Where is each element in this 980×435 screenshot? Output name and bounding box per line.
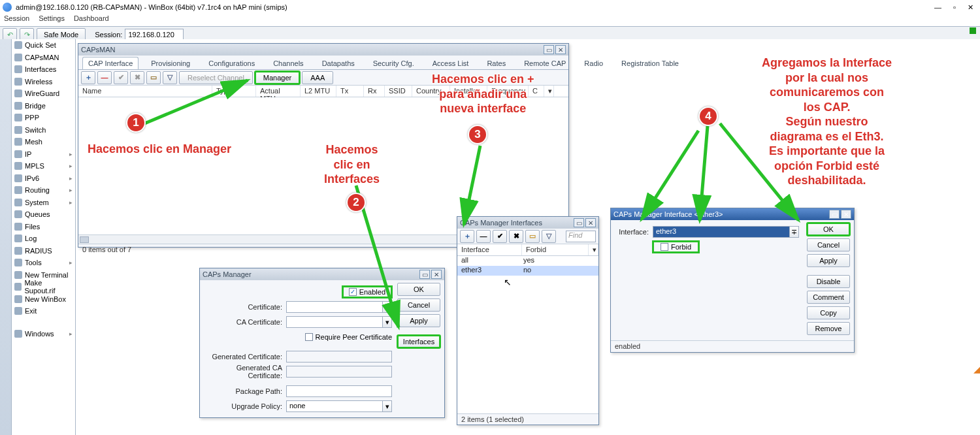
copy-button[interactable]: Copy xyxy=(807,306,850,319)
disable-icon[interactable]: ✖ xyxy=(509,230,523,243)
sidebar-item[interactable]: Switch xyxy=(12,124,75,137)
sidebar-item[interactable]: RADIUS xyxy=(12,245,75,257)
dropdown-icon[interactable]: ▾ xyxy=(383,301,392,313)
remove-icon[interactable]: — xyxy=(476,230,491,243)
sidebar-item[interactable]: New WinBox xyxy=(12,293,75,306)
sidebar-item[interactable]: Windows▸ xyxy=(12,328,75,340)
menu-session[interactable]: Session xyxy=(4,14,29,26)
enabled-checkbox-group[interactable]: ✓ Enabled xyxy=(342,286,392,298)
tab-item[interactable]: CAP Interface xyxy=(82,57,139,69)
tab-item[interactable]: Registration Table xyxy=(615,57,685,69)
disable-button[interactable]: Disable xyxy=(807,275,850,288)
filter-icon[interactable]: ▽ xyxy=(163,71,177,84)
col-forbid[interactable]: Forbid xyxy=(522,244,589,255)
sidebar-item[interactable]: Quick Set xyxy=(12,39,75,52)
interface-select[interactable]: ether3 xyxy=(653,226,790,238)
column-header[interactable]: C xyxy=(529,86,544,97)
require-peer-group[interactable]: Require Peer Certificate xyxy=(305,333,392,341)
enable-icon[interactable]: ✔ xyxy=(114,71,128,84)
reselect-channel-button[interactable]: Reselect Channel xyxy=(179,71,253,84)
manager-button[interactable]: Manager xyxy=(255,71,300,84)
comment-icon[interactable]: ▭ xyxy=(525,230,540,243)
cancel-button[interactable]: Cancel xyxy=(807,238,850,251)
disable-icon[interactable]: ✖ xyxy=(130,71,144,84)
comment-icon[interactable]: ▭ xyxy=(146,71,161,84)
ok-button[interactable]: OK xyxy=(397,283,440,296)
column-header[interactable]: Actual MTU xyxy=(256,86,301,97)
column-menu-icon[interactable]: ▾ xyxy=(544,86,554,97)
sidebar-item[interactable]: Mesh xyxy=(12,136,75,148)
tab-item[interactable]: Configurations xyxy=(203,57,261,69)
sidebar-item[interactable]: IP▸ xyxy=(12,148,75,161)
remove-icon[interactable]: — xyxy=(97,71,112,84)
window-minimize-icon[interactable]: ▭ xyxy=(829,210,840,219)
window-minimize-icon[interactable]: ▭ xyxy=(419,270,430,279)
close-icon[interactable]: ✕ xyxy=(968,3,973,12)
maximize-icon[interactable]: ▫ xyxy=(953,3,956,12)
minimize-icon[interactable]: — xyxy=(934,3,941,12)
column-header[interactable]: Name xyxy=(78,86,212,97)
sidebar-item[interactable]: IPv6▸ xyxy=(12,172,75,185)
ok-button[interactable]: OK xyxy=(807,223,850,236)
window-minimize-icon[interactable]: ▭ xyxy=(544,45,554,54)
apply-button[interactable]: Apply xyxy=(807,254,850,267)
enable-icon[interactable]: ✔ xyxy=(493,230,507,243)
table-row[interactable]: all yes xyxy=(457,256,598,266)
capsman-list[interactable] xyxy=(78,97,568,234)
menu-settings[interactable]: Settings xyxy=(39,14,65,26)
filter-icon[interactable]: ▽ xyxy=(542,230,556,243)
sidebar-item[interactable]: Files xyxy=(12,221,75,233)
sidebar-item[interactable]: Bridge xyxy=(12,100,75,112)
interfaces-button[interactable]: Interfaces xyxy=(397,335,440,348)
sidebar-item[interactable]: PPP xyxy=(12,112,75,124)
column-header[interactable]: Type xyxy=(212,86,256,97)
ca-certificate-input[interactable] xyxy=(286,316,383,328)
tab-item[interactable]: Security Cfg. xyxy=(367,57,420,69)
sidebar-item[interactable]: System▸ xyxy=(12,197,75,209)
sidebar-item[interactable]: MPLS▸ xyxy=(12,160,75,172)
cancel-button[interactable]: Cancel xyxy=(397,298,440,312)
tab-item[interactable]: Remote CAP xyxy=(518,57,572,69)
sidebar-item[interactable]: Log xyxy=(12,233,75,245)
sidebar-item[interactable]: Exit xyxy=(12,305,75,317)
certificate-input[interactable] xyxy=(286,301,383,313)
col-interface[interactable]: Interface xyxy=(457,244,522,255)
window-close-icon[interactable]: ✕ xyxy=(841,210,851,219)
tab-item[interactable]: Provisioning xyxy=(145,57,196,69)
package-path-input[interactable] xyxy=(286,385,392,397)
upgrade-policy-select[interactable]: none xyxy=(286,400,383,412)
sidebar-item[interactable]: Queues xyxy=(12,208,75,221)
comment-button[interactable]: Comment xyxy=(807,291,850,304)
aaa-button[interactable]: AAA xyxy=(302,71,333,84)
column-header[interactable]: Installa... xyxy=(450,86,487,97)
sidebar-item[interactable]: Interfaces xyxy=(12,63,75,76)
tab-item[interactable]: Datapaths xyxy=(316,57,361,69)
enabled-checkbox[interactable]: ✓ xyxy=(349,288,357,296)
apply-button[interactable]: Apply xyxy=(397,314,440,327)
column-header[interactable]: Country xyxy=(412,86,450,97)
table-row[interactable]: ether3 no xyxy=(457,266,598,276)
tab-item[interactable]: Rates xyxy=(481,57,512,69)
menu-dashboard[interactable]: Dashboard xyxy=(74,14,109,26)
sidebar-item[interactable]: WireGuard xyxy=(12,88,75,100)
sidebar-item[interactable]: Make Supout.rif xyxy=(12,281,75,293)
column-header[interactable]: Rx xyxy=(364,86,385,97)
remove-button[interactable]: Remove xyxy=(807,322,850,335)
column-header[interactable]: Tx xyxy=(336,86,364,97)
add-icon[interactable]: ＋ xyxy=(460,230,474,243)
forbid-checkbox[interactable] xyxy=(661,243,668,251)
col-menu-icon[interactable]: ▾ xyxy=(589,244,598,255)
dropdown-icon[interactable]: ∓ xyxy=(790,226,799,238)
require-peer-checkbox[interactable] xyxy=(305,333,313,341)
window-close-icon[interactable]: ✕ xyxy=(431,270,442,279)
column-header[interactable]: SSID xyxy=(385,86,412,97)
column-header[interactable]: L2 MTU xyxy=(301,86,336,97)
dropdown-icon[interactable]: ▾ xyxy=(383,400,392,412)
tab-item[interactable]: Access List xyxy=(427,57,475,69)
find-input[interactable]: Find xyxy=(566,231,596,242)
dropdown-icon[interactable]: ▾ xyxy=(383,316,392,328)
forbid-checkbox-group[interactable]: Forbid xyxy=(653,241,699,253)
add-icon[interactable]: ＋ xyxy=(81,71,95,84)
tab-item[interactable]: Channels xyxy=(267,57,309,69)
window-close-icon[interactable]: ✕ xyxy=(555,45,566,54)
